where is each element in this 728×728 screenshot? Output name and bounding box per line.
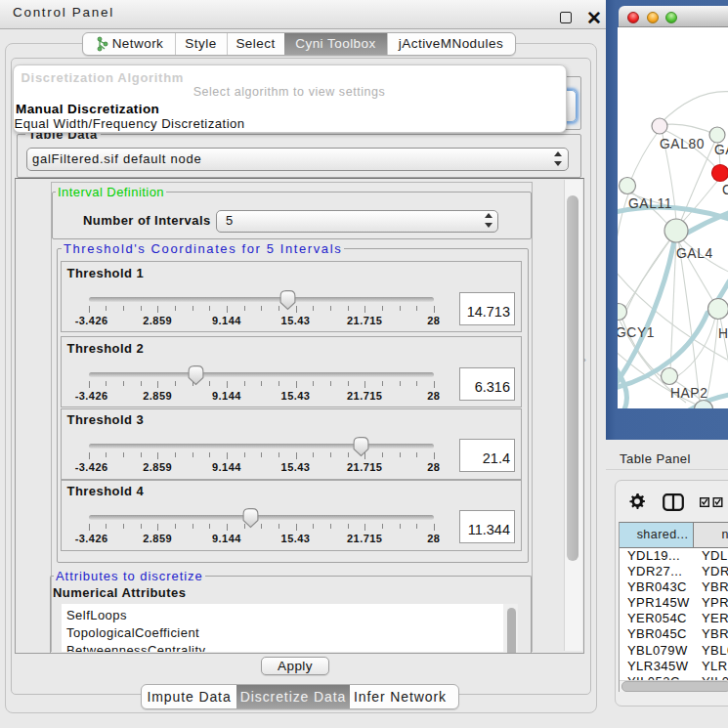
svg-text:H: H [718,325,728,340]
svg-text:GAL4: GAL4 [676,245,713,260]
svg-text:GA: GA [714,143,728,157]
svg-text:GCY1: GCY1 [618,324,655,339]
svg-text:C: C [722,183,728,197]
svg-text:GAL80: GAL80 [660,136,705,150]
svg-text:HAP2: HAP2 [670,385,707,400]
svg-text:GAL11: GAL11 [628,195,672,210]
